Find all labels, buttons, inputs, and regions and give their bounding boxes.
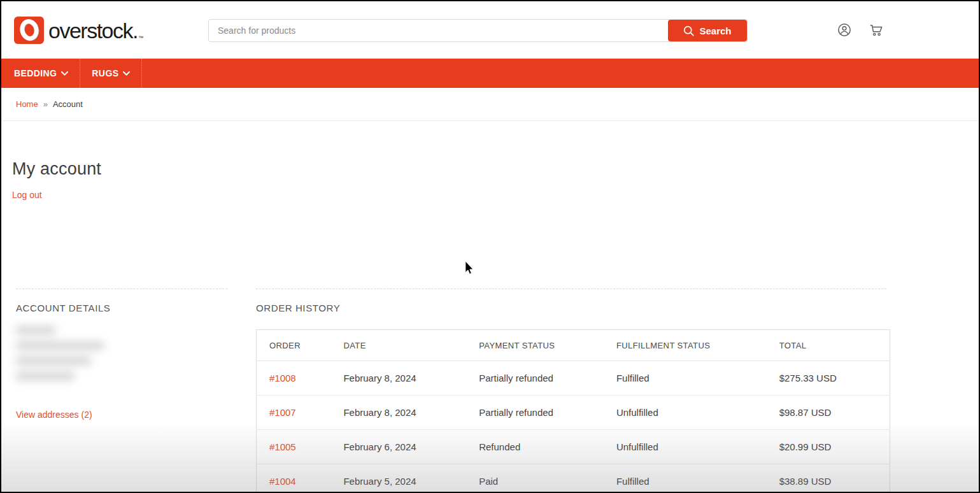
overstock-logo[interactable]: overstock. ™ [14, 17, 143, 44]
order-table-body: #1008 February 8, 2024 Partially refunde… [257, 361, 890, 493]
table-row: #1004 February 5, 2024 Paid Fulfilled $3… [257, 464, 890, 493]
order-number-link[interactable]: #1005 [269, 441, 296, 452]
order-date: February 8, 2024 [330, 396, 466, 430]
account-details-heading: ACCOUNT DETAILS [16, 303, 227, 313]
account-address-redacted [16, 326, 121, 387]
fulfillment-status: Unfulfilled [604, 396, 767, 430]
payment-status: Partially refunded [466, 361, 604, 396]
table-row: #1007 February 8, 2024 Partially refunde… [257, 396, 890, 430]
logo-wordmark: overstock. [48, 20, 138, 41]
order-history-section: ORDER HISTORY ORDER DATE PAYMENT STATUS … [256, 289, 886, 493]
chevron-down-icon [123, 71, 130, 76]
main-nav: BEDDING RUGS [1, 59, 979, 88]
main-content: My account Log out ACCOUNT DETAILS View … [1, 159, 979, 201]
breadcrumb-current: Account [53, 99, 83, 109]
search-icon [683, 25, 694, 36]
order-number-link[interactable]: #1004 [269, 476, 296, 487]
site-header: overstock. ™ Search [1, 1, 979, 59]
cart-icon[interactable] [869, 23, 883, 37]
nav-item-label: BEDDING [14, 68, 57, 78]
payment-status: Refunded [466, 430, 604, 464]
payment-status: Paid [466, 464, 604, 493]
logout-link[interactable]: Log out [12, 190, 42, 200]
table-row: #1005 February 6, 2024 Refunded Unfulfil… [257, 430, 890, 464]
mouse-cursor [464, 261, 475, 275]
order-total: $20.99 USD [767, 430, 890, 464]
page-title: My account [12, 159, 979, 179]
table-header-row: ORDER DATE PAYMENT STATUS FULFILLMENT ST… [257, 330, 890, 361]
fulfillment-status: Unfulfilled [604, 430, 767, 464]
order-number-link[interactable]: #1007 [269, 407, 296, 418]
nav-item-bedding[interactable]: BEDDING [14, 59, 80, 88]
search-input[interactable] [209, 20, 747, 41]
column-header-date: DATE [330, 330, 466, 361]
order-history-table: ORDER DATE PAYMENT STATUS FULFILLMENT ST… [256, 329, 890, 493]
payment-status: Partially refunded [466, 396, 604, 430]
order-date: February 5, 2024 [330, 464, 466, 493]
breadcrumb-separator: » [43, 99, 48, 109]
trademark-symbol: ™ [138, 35, 143, 41]
order-number-link[interactable]: #1008 [269, 373, 296, 383]
search-bar: Search [208, 19, 748, 42]
nav-item-label: RUGS [92, 68, 118, 78]
breadcrumb: Home » Account [1, 88, 979, 121]
order-total: $38.89 USD [767, 464, 890, 493]
fulfillment-status: Fulfilled [604, 361, 767, 396]
order-date: February 6, 2024 [330, 430, 466, 464]
fulfillment-status: Fulfilled [604, 464, 767, 493]
browser-viewport: overstock. ™ Search [0, 0, 980, 493]
nav-item-rugs[interactable]: RUGS [80, 59, 142, 88]
search-button[interactable]: Search [668, 20, 747, 41]
overstock-logo-icon [14, 17, 44, 44]
account-details-section: ACCOUNT DETAILS View addresses (2) [16, 289, 227, 420]
table-row: #1008 February 8, 2024 Partially refunde… [257, 361, 890, 396]
order-date: February 8, 2024 [330, 361, 466, 396]
search-button-label: Search [699, 25, 731, 36]
order-total: $275.33 USD [767, 361, 890, 396]
order-history-heading: ORDER HISTORY [256, 303, 886, 313]
chevron-down-icon [61, 71, 68, 76]
view-addresses-link[interactable]: View addresses (2) [16, 410, 92, 420]
column-header-order: ORDER [257, 330, 331, 361]
order-total: $98.87 USD [767, 396, 890, 430]
breadcrumb-home-link[interactable]: Home [16, 99, 38, 109]
column-header-payment-status: PAYMENT STATUS [466, 330, 604, 361]
account-icon[interactable] [837, 23, 851, 37]
column-header-total: TOTAL [767, 330, 890, 361]
column-header-fulfillment-status: FULFILLMENT STATUS [604, 330, 767, 361]
